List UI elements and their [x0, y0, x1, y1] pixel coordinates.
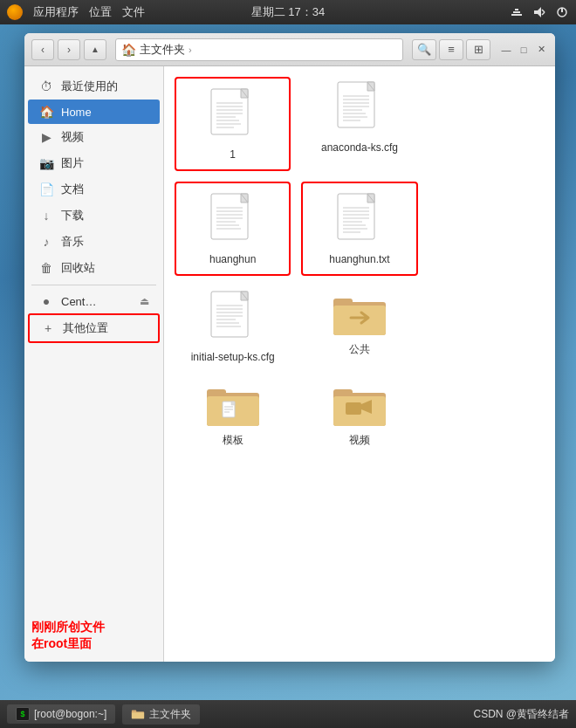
minimize-button[interactable]: —	[499, 43, 513, 57]
taskbar-terminal[interactable]: $ [root@bogon:~]	[7, 704, 115, 724]
sidebar-label-recent: 最近使用的	[61, 79, 118, 94]
files-label: 主文件夹	[149, 707, 191, 722]
network-icon	[510, 5, 524, 19]
file-label-1: 1	[230, 148, 236, 161]
volume-icon	[532, 5, 546, 19]
doc-icon-huanghun	[209, 192, 257, 250]
file-item-anaconda[interactable]: anaconda-ks.cfg	[301, 77, 417, 157]
terminal-icon: $	[16, 707, 30, 721]
sidebar-item-cent[interactable]: ● Cent… ⏏	[28, 289, 160, 313]
doc-icon-initial	[209, 290, 257, 347]
sidebar-label-video: 视频	[61, 129, 84, 145]
title-bar: ‹ › ▲ 🏠 主文件夹 › 🔍 ≡ ⊞ — □ ✕	[24, 33, 555, 66]
svg-marker-3	[534, 7, 541, 17]
sidebar-label-documents: 文档	[61, 182, 84, 197]
taskbar-top-right	[510, 5, 569, 19]
sidebar-label-downloads: 下载	[61, 208, 84, 223]
doc-icon-anaconda	[336, 80, 383, 138]
downloads-icon: ↓	[38, 209, 54, 223]
csdn-label: CSDN @黄昏终结者	[473, 707, 569, 722]
music-icon: ♪	[38, 235, 54, 249]
doc-icon-1	[209, 87, 257, 145]
selection-box-2b: huanghun.txt	[301, 182, 417, 276]
sidebar-label-home: Home	[61, 106, 92, 119]
file-label-huanghun-txt: huanghun.txt	[329, 253, 389, 265]
file-item-huanghun[interactable]: huanghun	[198, 187, 268, 271]
sidebar-item-downloads[interactable]: ↓ 下载	[28, 203, 160, 229]
taskbar-top-left: 应用程序 位置 文件	[7, 4, 145, 20]
search-button[interactable]: 🔍	[412, 39, 436, 60]
sidebar-annotation: 刚刚所创文件在root里面	[31, 619, 105, 653]
svg-rect-2	[515, 9, 518, 10]
eject-icon[interactable]: ⏏	[140, 295, 149, 307]
sidebar-label-other: 其他位置	[63, 320, 108, 336]
doc-icon-huanghun-txt	[336, 192, 383, 250]
file-item-video-folder[interactable]: 视频	[301, 377, 417, 451]
parent-button[interactable]: ▲	[84, 39, 106, 60]
files-icon	[131, 708, 145, 720]
file-item-public[interactable]: 公共	[301, 286, 417, 361]
sidebar-item-pictures[interactable]: 📷 图片	[28, 150, 160, 176]
sidebar-label-trash: 回收站	[61, 260, 95, 276]
file-label-anaconda: anaconda-ks.cfg	[321, 141, 398, 154]
taskbar-top: 应用程序 位置 文件 星期二 17：34	[0, 0, 576, 24]
pictures-icon: 📷	[38, 156, 54, 170]
folder-icon-template	[205, 381, 261, 429]
sidebar-divider	[31, 285, 156, 285]
path-label: 主文件夹	[140, 42, 185, 58]
svg-rect-73	[333, 389, 353, 396]
main-content: ⏱ 最近使用的 🏠 Home ▶ 视频 📷 图片 📄 文档	[24, 66, 555, 662]
svg-rect-62	[333, 299, 353, 306]
sidebar-item-other[interactable]: + 其他位置	[28, 313, 160, 343]
svg-rect-79	[132, 712, 144, 718]
sidebar-item-video[interactable]: ▶ 视频	[28, 124, 160, 150]
file-label-huanghun: huanghun	[209, 253, 256, 265]
file-item-template[interactable]: 模板	[175, 377, 291, 451]
sidebar: ⏱ 最近使用的 🏠 Home ▶ 视频 📷 图片 📄 文档	[24, 66, 164, 662]
view-grid-button[interactable]: ⊞	[466, 39, 490, 60]
folder-icon-video	[332, 381, 387, 429]
taskbar-datetime: 星期二 17：34	[251, 4, 326, 20]
sidebar-item-home[interactable]: 🏠 Home	[28, 100, 160, 124]
selection-box-2a: huanghun	[175, 182, 291, 276]
toolbar-right: 🔍 ≡ ⊞	[412, 39, 490, 60]
video-icon: ▶	[38, 130, 54, 144]
file-item-1[interactable]: 1	[198, 82, 268, 166]
taskbar-bottom: $ [root@bogon:~] 主文件夹 CSDN @黄昏终结者	[0, 700, 576, 728]
app-menu[interactable]: 应用程序	[33, 4, 79, 20]
svg-rect-0	[511, 14, 522, 16]
sidebar-label-music: 音乐	[61, 234, 84, 250]
file-manager-window: ‹ › ▲ 🏠 主文件夹 › 🔍 ≡ ⊞ — □ ✕ ⏱ 最近使用的	[24, 33, 555, 662]
terminal-label: [root@bogon:~]	[34, 708, 106, 720]
file-item-huanghun-txt[interactable]: huanghun.txt	[324, 187, 394, 271]
file-item-initial[interactable]: initial-setup-ks.cfg	[175, 286, 291, 367]
sidebar-item-music[interactable]: ♪ 音乐	[28, 229, 160, 255]
sidebar-label-cent: Cent…	[61, 295, 96, 308]
file-menu[interactable]: 文件	[122, 4, 145, 20]
file-label-template: 模板	[223, 433, 243, 448]
other-icon: +	[40, 321, 56, 335]
file-label-video-folder: 视频	[349, 433, 370, 448]
maximize-button[interactable]: □	[517, 43, 531, 57]
file-area: 1	[164, 66, 555, 662]
svg-line-5	[542, 12, 545, 15]
sidebar-item-trash[interactable]: 🗑 回收站	[28, 255, 160, 281]
cent-icon: ●	[38, 294, 54, 308]
back-button[interactable]: ‹	[31, 39, 54, 60]
home-icon: 🏠	[38, 105, 54, 119]
location-menu[interactable]: 位置	[89, 4, 112, 20]
file-label-public: 公共	[349, 342, 370, 357]
power-icon[interactable]	[555, 5, 569, 19]
sidebar-label-pictures: 图片	[61, 155, 84, 171]
sidebar-item-documents[interactable]: 📄 文档	[28, 176, 160, 203]
view-list-button[interactable]: ≡	[439, 39, 463, 60]
forward-button[interactable]: ›	[58, 39, 80, 60]
taskbar-files[interactable]: 主文件夹	[122, 704, 200, 725]
app-icon	[7, 4, 23, 20]
svg-rect-65	[207, 389, 226, 396]
svg-rect-1	[513, 11, 520, 13]
file-label-initial: initial-setup-ks.cfg	[191, 351, 275, 363]
sidebar-item-recent[interactable]: ⏱ 最近使用的	[28, 73, 160, 100]
close-button[interactable]: ✕	[534, 43, 548, 57]
file-grid: 1	[175, 77, 545, 451]
